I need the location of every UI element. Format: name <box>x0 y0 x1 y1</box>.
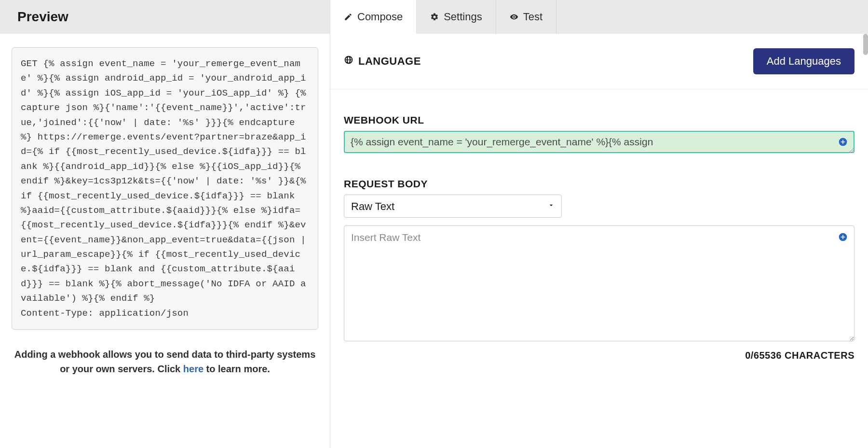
tab-compose-label: Compose <box>357 11 403 23</box>
tab-settings[interactable]: Settings <box>417 0 496 34</box>
request-body-select-wrap: Raw Text <box>344 195 562 218</box>
raw-text-wrap <box>344 225 854 343</box>
preview-title: Preview <box>17 9 68 25</box>
webhook-url-input[interactable] <box>344 131 854 153</box>
tab-compose[interactable]: Compose <box>330 0 417 34</box>
learn-more-link[interactable]: here <box>183 364 203 374</box>
editor-panel: Compose Settings Test <box>330 0 868 448</box>
request-body-label: REQUEST BODY <box>344 178 854 190</box>
pencil-icon <box>344 13 353 21</box>
eye-icon <box>510 13 518 21</box>
scrollbar-thumb[interactable] <box>863 34 868 55</box>
compose-content: LANGUAGE Add Languages WEBHOOK URL REQUE… <box>330 34 868 361</box>
tabs-spacer <box>556 0 868 34</box>
preview-footer-post: to learn more. <box>203 364 270 374</box>
raw-text-textarea[interactable] <box>344 225 854 341</box>
globe-icon <box>344 55 353 68</box>
tab-test-label: Test <box>523 11 542 23</box>
preview-body: GET {% assign event_name = 'your_remerge… <box>12 47 318 330</box>
webhook-url-wrap <box>344 131 854 153</box>
language-label: LANGUAGE <box>344 55 421 68</box>
tab-test[interactable]: Test <box>496 0 556 34</box>
tabs: Compose Settings Test <box>330 0 868 34</box>
language-row: LANGUAGE Add Languages <box>330 34 868 89</box>
webhook-url-label: WEBHOOK URL <box>344 114 854 126</box>
preview-header: Preview <box>0 0 330 34</box>
preview-footer-pre: Adding a webhook allows you to send data… <box>14 349 316 374</box>
add-personalization-icon[interactable] <box>838 137 848 147</box>
language-label-text: LANGUAGE <box>358 55 421 68</box>
app-root: Preview GET {% assign event_name = 'your… <box>0 0 868 448</box>
preview-panel: Preview GET {% assign event_name = 'your… <box>0 0 330 448</box>
add-personalization-body-icon[interactable] <box>838 232 848 242</box>
gear-icon <box>430 13 439 21</box>
add-languages-button[interactable]: Add Languages <box>753 48 854 74</box>
character-counter: 0/65536 CHARACTERS <box>344 350 854 361</box>
tab-settings-label: Settings <box>444 11 482 23</box>
request-body-select[interactable]: Raw Text <box>344 195 562 218</box>
preview-footer: Adding a webhook allows you to send data… <box>12 347 318 376</box>
